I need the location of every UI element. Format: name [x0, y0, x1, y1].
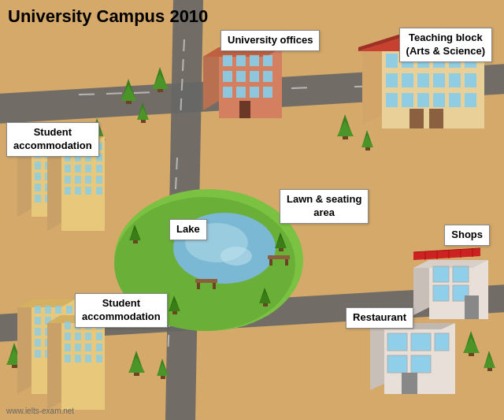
svg-rect-156: [449, 73, 461, 87]
svg-marker-168: [17, 299, 75, 307]
svg-marker-16: [122, 79, 135, 98]
svg-rect-139: [263, 87, 272, 98]
svg-rect-90: [55, 173, 61, 180]
svg-rect-232: [402, 373, 417, 394]
svg-rect-113: [85, 165, 91, 173]
svg-rect-174: [45, 317, 51, 325]
svg-marker-1: [0, 63, 504, 125]
svg-rect-157: [465, 73, 476, 87]
svg-rect-27: [70, 156, 75, 162]
campus-map: University Campus 2010: [0, 0, 504, 420]
svg-rect-180: [66, 328, 72, 336]
svg-rect-21: [141, 117, 146, 123]
svg-rect-67: [269, 259, 272, 266]
svg-rect-192: [65, 322, 71, 329]
svg-rect-48: [487, 365, 492, 371]
svg-rect-182: [45, 339, 51, 347]
svg-marker-34: [362, 130, 372, 146]
svg-marker-32: [337, 121, 354, 136]
svg-rect-179: [55, 328, 61, 336]
svg-rect-65: [213, 283, 216, 289]
svg-marker-223: [370, 323, 384, 390]
watermark: www.ielts-exam.net: [6, 407, 74, 415]
svg-rect-228: [411, 333, 431, 351]
svg-rect-136: [223, 87, 232, 98]
svg-line-7: [180, 39, 184, 118]
svg-marker-43: [158, 359, 168, 374]
svg-marker-189: [47, 315, 61, 410]
svg-rect-130: [250, 55, 259, 66]
svg-rect-63: [195, 279, 217, 283]
svg-rect-153: [402, 73, 413, 87]
svg-rect-219: [453, 266, 469, 282]
svg-marker-31: [339, 114, 352, 134]
svg-rect-84: [35, 162, 41, 169]
svg-rect-220: [433, 285, 449, 301]
svg-rect-199: [96, 333, 102, 340]
label-restaurant: Restaurant: [346, 307, 413, 329]
svg-rect-128: [223, 55, 232, 66]
svg-rect-230: [387, 355, 407, 373]
svg-rect-181: [35, 339, 41, 347]
svg-rect-204: [65, 355, 71, 362]
svg-marker-50: [484, 355, 495, 368]
svg-rect-124: [219, 47, 282, 118]
svg-rect-95: [66, 184, 72, 191]
label-shops: Shops: [444, 225, 490, 246]
svg-rect-184: [66, 339, 72, 347]
svg-marker-217: [413, 260, 488, 268]
svg-rect-140: [239, 101, 250, 118]
svg-marker-6: [165, 0, 203, 420]
svg-marker-52: [130, 225, 140, 239]
svg-rect-68: [285, 259, 288, 266]
svg-rect-131: [263, 55, 272, 66]
svg-rect-36: [12, 360, 17, 368]
svg-rect-155: [433, 73, 445, 87]
campus-svg: [0, 0, 504, 420]
svg-rect-207: [96, 355, 102, 362]
svg-rect-161: [433, 93, 445, 107]
svg-rect-152: [386, 73, 398, 87]
svg-rect-222: [465, 295, 479, 319]
svg-rect-132: [223, 71, 232, 82]
svg-rect-64: [197, 283, 200, 289]
svg-marker-49: [484, 351, 495, 366]
svg-rect-178: [45, 328, 51, 336]
svg-rect-114: [96, 165, 102, 173]
svg-rect-118: [96, 176, 102, 184]
svg-rect-218: [433, 266, 449, 282]
svg-rect-177: [35, 328, 41, 336]
svg-rect-117: [85, 176, 91, 184]
svg-rect-134: [250, 71, 259, 82]
svg-marker-55: [276, 232, 286, 247]
svg-rect-18: [158, 84, 163, 92]
svg-rect-202: [85, 344, 91, 351]
svg-rect-135: [263, 71, 272, 82]
svg-rect-162: [449, 93, 461, 107]
svg-rect-196: [65, 333, 71, 340]
svg-rect-221: [453, 285, 469, 301]
svg-marker-22: [138, 102, 148, 118]
svg-marker-41: [128, 357, 145, 373]
svg-rect-98: [55, 195, 61, 203]
svg-rect-111: [65, 165, 71, 173]
svg-marker-208: [413, 248, 480, 260]
svg-marker-141: [362, 42, 382, 125]
svg-rect-115: [65, 176, 71, 184]
svg-rect-137: [236, 87, 246, 98]
svg-rect-96: [35, 195, 41, 203]
svg-line-3: [236, 87, 315, 90]
svg-marker-37: [8, 343, 21, 362]
svg-rect-120: [75, 187, 81, 195]
svg-marker-20: [152, 73, 169, 89]
svg-rect-165: [429, 109, 443, 128]
svg-rect-112: [75, 165, 81, 173]
svg-rect-94: [55, 184, 61, 191]
svg-rect-60: [263, 300, 268, 307]
svg-rect-227: [387, 333, 407, 351]
svg-rect-33: [365, 144, 370, 151]
svg-rect-197: [75, 333, 81, 340]
label-student-accom-top: Studentaccommodation: [6, 122, 99, 157]
svg-rect-186: [45, 350, 51, 358]
svg-rect-86: [55, 162, 61, 169]
